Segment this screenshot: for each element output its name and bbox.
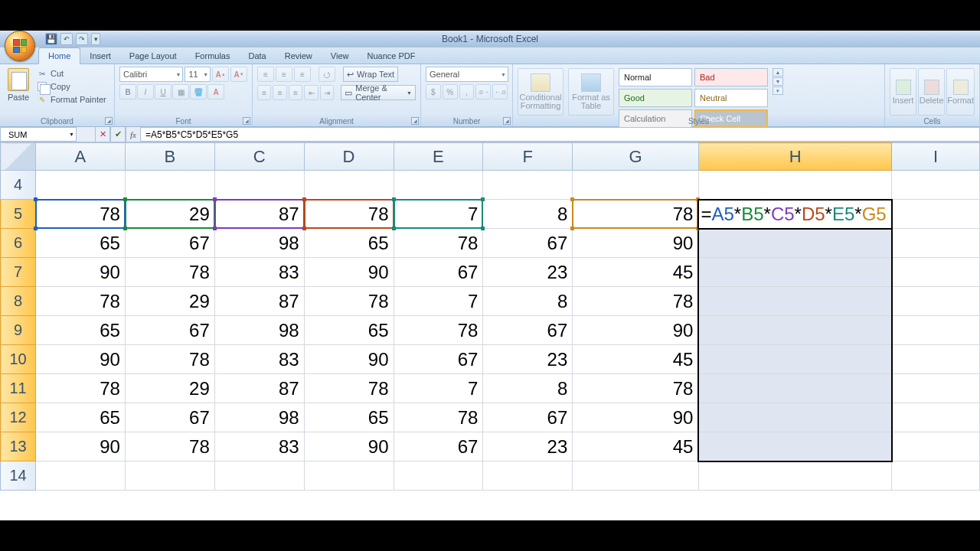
tab-nuance-pdf[interactable]: Nuance PDF xyxy=(358,48,424,64)
cell-H7[interactable] xyxy=(698,258,891,287)
cell-A14[interactable] xyxy=(36,461,126,491)
gallery-more-button[interactable]: ▾ xyxy=(773,86,783,95)
currency-button[interactable]: $ xyxy=(426,84,441,99)
cell-A13[interactable]: 90 xyxy=(36,432,126,461)
cell-E12[interactable]: 78 xyxy=(394,403,483,432)
col-header-B[interactable]: B xyxy=(125,143,214,171)
cell-F6[interactable]: 67 xyxy=(483,229,573,258)
align-middle-button[interactable]: ≡ xyxy=(276,67,292,82)
cell-D6[interactable]: 65 xyxy=(304,229,394,258)
shrink-font-button[interactable]: A▼ xyxy=(230,67,247,82)
col-header-E[interactable]: E xyxy=(394,143,483,171)
cell-D13[interactable]: 90 xyxy=(304,432,394,461)
conditional-formatting-button[interactable]: Conditional Formatting xyxy=(518,68,564,116)
style-normal[interactable]: Normal xyxy=(619,68,692,86)
cell-C4[interactable] xyxy=(214,171,304,200)
cell-E9[interactable]: 78 xyxy=(394,316,483,345)
worksheet-grid[interactable]: ABCDEFGHI45782987787878=A5*B5*C5*D5*E5*G… xyxy=(0,142,980,520)
format-painter-button[interactable]: ✎Format Painter xyxy=(37,94,106,105)
tab-formulas[interactable]: Formulas xyxy=(186,48,240,64)
cell-E10[interactable]: 67 xyxy=(394,345,483,374)
cell-E6[interactable]: 78 xyxy=(394,229,483,258)
increase-decimal-button[interactable]: .0→ xyxy=(475,84,491,99)
indent-inc-button[interactable]: ⇥ xyxy=(320,85,334,100)
cell-C8[interactable]: 87 xyxy=(214,287,304,316)
row-header-13[interactable]: 13 xyxy=(1,432,36,461)
row-header-9[interactable]: 9 xyxy=(1,316,36,345)
cell-D7[interactable]: 90 xyxy=(304,258,394,287)
cell-G9[interactable]: 90 xyxy=(573,316,699,345)
style-bad[interactable]: Bad xyxy=(694,68,768,86)
office-button[interactable] xyxy=(5,31,35,61)
fx-button[interactable]: fx xyxy=(126,127,141,142)
cell-F8[interactable]: 8 xyxy=(483,287,573,316)
cell-E7[interactable]: 67 xyxy=(394,258,483,287)
tab-review[interactable]: Review xyxy=(276,48,322,64)
cell-B8[interactable]: 29 xyxy=(125,287,214,316)
cell-C12[interactable]: 98 xyxy=(214,403,304,432)
cell-F4[interactable] xyxy=(483,171,573,200)
cell-B7[interactable]: 78 xyxy=(125,258,214,287)
indent-dec-button[interactable]: ⇤ xyxy=(304,85,318,100)
cell-A5[interactable]: 78 xyxy=(36,200,126,229)
cut-button[interactable]: ✂Cut xyxy=(37,68,106,79)
cell-H5[interactable]: =A5*B5*C5*D5*E5*G5 xyxy=(698,200,891,229)
cell-I9[interactable] xyxy=(892,316,980,345)
cell-H6[interactable] xyxy=(698,229,891,258)
cell-I8[interactable] xyxy=(892,287,980,316)
cell-I14[interactable] xyxy=(892,461,980,491)
cell-G11[interactable]: 78 xyxy=(573,374,699,403)
cell-I6[interactable] xyxy=(892,229,980,258)
cell-B14[interactable] xyxy=(125,461,214,491)
cell-A6[interactable]: 65 xyxy=(36,229,126,258)
cell-A7[interactable]: 90 xyxy=(36,258,126,287)
cell-A12[interactable]: 65 xyxy=(36,403,126,432)
cell-D4[interactable] xyxy=(304,171,394,200)
cell-A11[interactable]: 78 xyxy=(36,374,126,403)
tab-view[interactable]: View xyxy=(322,48,358,64)
underline-button[interactable]: U xyxy=(155,84,172,99)
qat-redo-icon[interactable]: ↷ xyxy=(76,33,88,45)
cell-G14[interactable] xyxy=(573,461,699,491)
col-header-F[interactable]: F xyxy=(483,143,573,171)
cell-G5[interactable]: 78 xyxy=(573,200,699,229)
cell-B12[interactable]: 67 xyxy=(125,403,214,432)
align-right-button[interactable]: ≡ xyxy=(289,85,302,100)
row-header-12[interactable]: 12 xyxy=(1,403,36,432)
merge-center-button[interactable]: ▭Merge & Center▼ xyxy=(341,85,416,100)
clipboard-dialog-launcher[interactable]: ◢ xyxy=(105,117,113,125)
cell-G4[interactable] xyxy=(573,171,699,200)
cell-C11[interactable]: 87 xyxy=(214,374,304,403)
cell-I4[interactable] xyxy=(892,171,980,200)
paste-icon[interactable] xyxy=(8,68,29,91)
cell-A4[interactable] xyxy=(36,171,126,200)
cell-D5[interactable]: 78 xyxy=(304,200,394,229)
cell-I11[interactable] xyxy=(892,374,980,403)
qat-more-icon[interactable]: ▾ xyxy=(91,33,100,45)
name-box[interactable]: SUM▼ xyxy=(0,127,77,142)
qat-undo-icon[interactable]: ↶ xyxy=(60,33,73,45)
cell-I7[interactable] xyxy=(892,258,980,287)
cell-E11[interactable]: 7 xyxy=(394,374,483,403)
cell-C13[interactable]: 83 xyxy=(214,432,304,461)
orientation-button[interactable]: ⭯ xyxy=(318,67,335,82)
cell-I5[interactable] xyxy=(892,200,980,229)
cell-H13[interactable] xyxy=(698,432,891,461)
cell-B4[interactable] xyxy=(125,171,214,200)
format-cells-button[interactable]: Format xyxy=(946,68,975,116)
cell-B5[interactable]: 29 xyxy=(125,200,214,229)
cell-B11[interactable]: 29 xyxy=(125,374,214,403)
paste-button[interactable]: Paste xyxy=(8,93,29,102)
wrap-text-button[interactable]: ↩Wrap Text xyxy=(343,67,398,82)
cell-F14[interactable] xyxy=(483,461,573,491)
font-name-combo[interactable]: Calibri▼ xyxy=(119,67,183,82)
tab-page-layout[interactable]: Page Layout xyxy=(120,48,186,64)
cell-C9[interactable]: 98 xyxy=(214,316,304,345)
cell-F13[interactable]: 23 xyxy=(483,432,573,461)
font-dialog-launcher[interactable]: ◢ xyxy=(243,117,250,125)
cell-G6[interactable]: 90 xyxy=(573,229,699,258)
cell-F10[interactable]: 23 xyxy=(483,345,573,374)
cell-I13[interactable] xyxy=(892,432,980,461)
gallery-down-button[interactable]: ▼ xyxy=(773,77,783,86)
cell-F7[interactable]: 23 xyxy=(483,258,573,287)
